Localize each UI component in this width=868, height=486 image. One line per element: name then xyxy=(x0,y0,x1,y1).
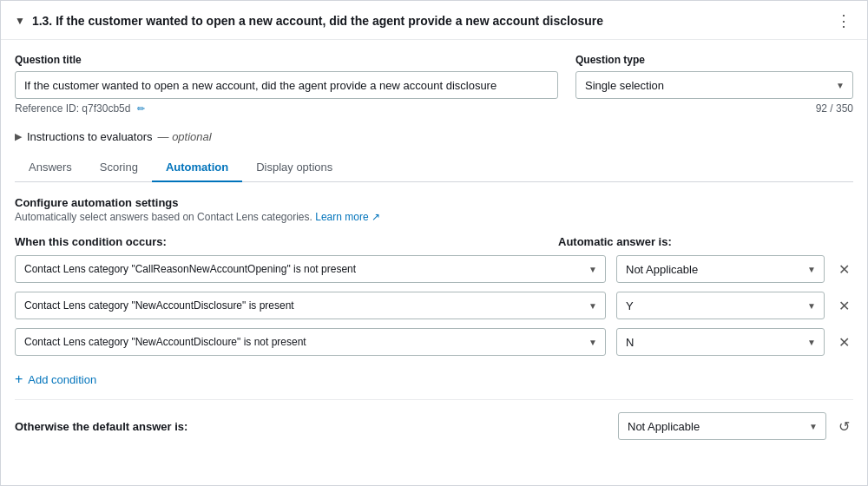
remove-condition-2-button[interactable]: ✕ xyxy=(835,298,853,314)
learn-more-link[interactable]: Learn more ↗ xyxy=(315,211,380,223)
default-answer-select[interactable]: Not Applicable xyxy=(618,412,826,440)
question-fields-row: Question title Question type Single sele… xyxy=(15,54,853,99)
external-link-icon: ↗ xyxy=(372,211,380,223)
question-header-title: 1.3. If the customer wanted to open a ne… xyxy=(32,14,603,28)
remove-condition-1-button[interactable]: ✕ xyxy=(835,261,853,278)
tab-automation[interactable]: Automation xyxy=(152,154,242,182)
question-type-col: Question type Single selection xyxy=(575,54,853,99)
automation-section-subtitle: Automatically select answers based on Co… xyxy=(15,211,853,223)
question-header: ▼ 1.3. If the customer wanted to open a … xyxy=(1,1,867,40)
answer-col-header: Automatic answer is: xyxy=(558,235,853,248)
default-answer-right: Not Applicable ↺ xyxy=(618,412,853,440)
condition-select-wrapper-2: Contact Lens category "NewAccountDisclos… xyxy=(15,292,606,319)
answer-select-3[interactable]: N xyxy=(616,328,825,356)
expand-instructions-icon[interactable]: ▶ xyxy=(15,131,22,142)
edit-reference-icon[interactable]: ✏ xyxy=(137,103,145,114)
question-type-select[interactable]: Single selection xyxy=(575,71,853,99)
question-title-input[interactable] xyxy=(15,71,558,99)
condition-dropdown-1: Contact Lens category "CallReasonNewAcco… xyxy=(15,255,606,283)
page-container: ▼ 1.3. If the customer wanted to open a … xyxy=(0,0,868,486)
automation-section: Configure automation settings Automatica… xyxy=(15,196,853,454)
reference-row: Reference ID: q7f30cb5d ✏ 92 / 350 xyxy=(15,102,853,115)
conditions-col-header: When this condition occurs: xyxy=(15,235,541,248)
default-answer-label: Otherwise the default answer is: xyxy=(15,420,187,433)
remove-condition-3-button[interactable]: ✕ xyxy=(835,334,853,351)
condition-row: Contact Lens category "NewAccountDisclou… xyxy=(15,328,853,356)
add-condition-label: Add condition xyxy=(28,373,96,386)
answer-select-wrapper-1: Not Applicable xyxy=(616,255,825,283)
condition-row: Contact Lens category "CallReasonNewAcco… xyxy=(15,255,853,283)
collapse-chevron-icon[interactable]: ▼ xyxy=(15,15,25,27)
question-title-label: Question title xyxy=(15,54,558,66)
header-left: ▼ 1.3. If the customer wanted to open a … xyxy=(15,14,603,28)
question-title-col: Question title xyxy=(15,54,558,99)
reset-default-button[interactable]: ↺ xyxy=(835,418,853,435)
default-answer-select-wrapper: Not Applicable xyxy=(618,412,826,440)
instructions-optional: — optional xyxy=(158,130,212,143)
condition-dropdown-2: Contact Lens category "NewAccountDisclos… xyxy=(15,292,606,319)
question-type-wrapper: Single selection xyxy=(575,71,853,99)
conditions-header: When this condition occurs: Automatic an… xyxy=(15,235,853,248)
condition-select-wrapper-1: Contact Lens category "CallReasonNewAcco… xyxy=(15,255,606,283)
char-count: 92 / 350 xyxy=(816,102,853,115)
more-options-icon[interactable]: ⋮ xyxy=(836,11,853,30)
condition-select-wrapper-3: Contact Lens category "NewAccountDisclou… xyxy=(15,328,606,356)
answer-select-wrapper-2: Y xyxy=(616,292,825,319)
add-condition-button[interactable]: + Add condition xyxy=(15,364,853,399)
answer-select-2[interactable]: Y xyxy=(616,292,825,319)
condition-select-2[interactable]: Contact Lens category "NewAccountDisclos… xyxy=(15,292,606,319)
automation-section-title: Configure automation settings xyxy=(15,196,853,209)
instructions-row: ▶ Instructions to evaluators — optional xyxy=(15,123,853,154)
condition-dropdown-3: Contact Lens category "NewAccountDisclou… xyxy=(15,328,606,356)
reference-id: Reference ID: q7f30cb5d ✏ xyxy=(15,102,145,115)
instructions-label: Instructions to evaluators xyxy=(27,130,153,143)
plus-icon: + xyxy=(15,371,23,387)
condition-select-3[interactable]: Contact Lens category "NewAccountDisclou… xyxy=(15,328,606,356)
page-body: Question title Question type Single sele… xyxy=(1,40,867,454)
question-type-label: Question type xyxy=(575,54,853,66)
tab-display-options[interactable]: Display options xyxy=(242,154,346,182)
answer-select-wrapper-3: N xyxy=(616,328,825,356)
tabs-bar: Answers Scoring Automation Display optio… xyxy=(15,154,853,182)
tab-answers[interactable]: Answers xyxy=(15,154,86,182)
condition-row: Contact Lens category "NewAccountDisclos… xyxy=(15,292,853,319)
tab-scoring[interactable]: Scoring xyxy=(86,154,152,182)
condition-select-1[interactable]: Contact Lens category "CallReasonNewAcco… xyxy=(15,255,606,283)
answer-select-1[interactable]: Not Applicable xyxy=(616,255,825,283)
default-answer-row: Otherwise the default answer is: Not App… xyxy=(15,399,853,440)
